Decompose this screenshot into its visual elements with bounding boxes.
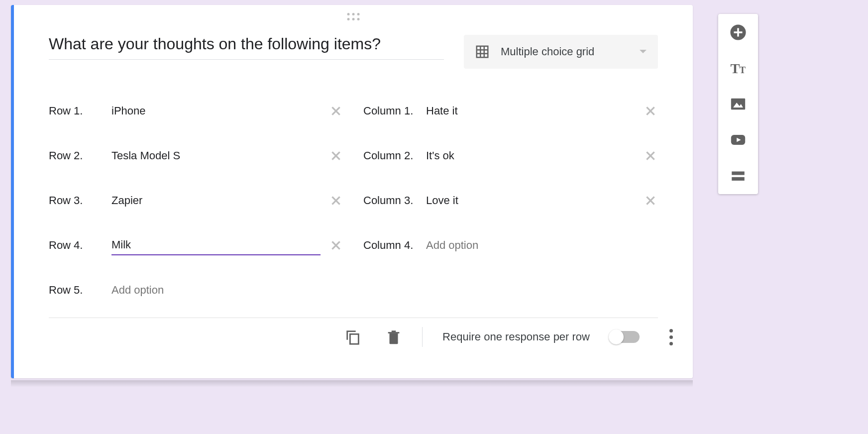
grid-body: Row 1.Row 2.Row 3.Row 4.Row 5. Column 1.… bbox=[14, 69, 693, 313]
vertical-divider bbox=[422, 327, 423, 347]
remove-option-icon[interactable] bbox=[643, 193, 658, 208]
remove-option-icon[interactable] bbox=[328, 104, 343, 118]
remove-option-icon[interactable] bbox=[643, 104, 658, 118]
add-question-icon[interactable] bbox=[729, 23, 748, 42]
svg-rect-28 bbox=[732, 177, 745, 181]
side-toolbar: TT bbox=[718, 14, 758, 194]
add-section-icon[interactable] bbox=[729, 166, 748, 185]
more-options-icon[interactable] bbox=[669, 329, 673, 345]
column-option-input[interactable] bbox=[426, 191, 635, 210]
grid-icon bbox=[475, 44, 490, 59]
require-response-label: Require one response per row bbox=[442, 330, 590, 343]
row-option-row: Row 1. bbox=[49, 89, 343, 133]
remove-option-icon[interactable] bbox=[643, 148, 658, 163]
question-title-input[interactable] bbox=[49, 35, 444, 60]
drag-handle-icon[interactable] bbox=[347, 13, 360, 20]
remove-option-icon[interactable] bbox=[328, 193, 343, 208]
column-index-label: Column 3. bbox=[363, 194, 418, 207]
column-option-input[interactable] bbox=[426, 102, 635, 120]
svg-text:T: T bbox=[740, 65, 746, 75]
column-option-row: Column 2. bbox=[363, 133, 658, 178]
row-option-row: Row 3. bbox=[49, 178, 343, 223]
columns-column: Column 1.Column 2.Column 3.Column 4. bbox=[363, 89, 658, 313]
require-response-toggle[interactable] bbox=[610, 331, 640, 343]
card-footer: Require one response per row bbox=[14, 318, 693, 356]
row-option-input[interactable] bbox=[111, 102, 321, 120]
svg-rect-23 bbox=[731, 99, 745, 110]
svg-rect-19 bbox=[350, 334, 358, 344]
row-index-label: Row 3. bbox=[49, 194, 104, 207]
row-index-label: Row 4. bbox=[49, 239, 104, 252]
column-option-row: Column 3. bbox=[363, 178, 658, 223]
duplicate-icon[interactable] bbox=[344, 328, 361, 345]
add-title-icon[interactable]: TT bbox=[729, 59, 748, 78]
question-card: Multiple choice grid Row 1.Row 2.Row 3.R… bbox=[11, 5, 693, 378]
remove-option-icon[interactable] bbox=[328, 148, 343, 163]
row-option-input[interactable] bbox=[111, 235, 321, 255]
row-index-label: Row 5. bbox=[49, 284, 104, 297]
row-index-label: Row 2. bbox=[49, 149, 104, 162]
row-option-input[interactable] bbox=[111, 281, 321, 300]
rows-column: Row 1.Row 2.Row 3.Row 4.Row 5. bbox=[49, 89, 343, 313]
column-index-label: Column 1. bbox=[363, 105, 418, 117]
svg-rect-0 bbox=[477, 46, 488, 58]
column-option-row: Column 1. bbox=[363, 89, 658, 133]
row-index-label: Row 1. bbox=[49, 105, 104, 117]
question-type-label: Multiple choice grid bbox=[501, 45, 628, 58]
column-index-label: Column 2. bbox=[363, 149, 418, 162]
row-option-input[interactable] bbox=[111, 146, 321, 165]
row-option-row: Row 5. bbox=[49, 268, 343, 313]
column-index-label: Column 4. bbox=[363, 239, 418, 252]
row-option-input[interactable] bbox=[111, 191, 321, 210]
trash-icon[interactable] bbox=[385, 328, 402, 345]
column-option-row: Column 4. bbox=[363, 223, 658, 268]
add-video-icon[interactable] bbox=[729, 130, 748, 149]
column-option-input[interactable] bbox=[426, 146, 635, 165]
row-option-row: Row 4. bbox=[49, 223, 343, 268]
question-type-selector[interactable]: Multiple choice grid bbox=[464, 35, 658, 69]
svg-rect-27 bbox=[732, 172, 745, 175]
row-option-row: Row 2. bbox=[49, 133, 343, 178]
column-option-input[interactable] bbox=[426, 236, 635, 255]
remove-option-icon[interactable] bbox=[328, 238, 343, 253]
add-image-icon[interactable] bbox=[729, 95, 748, 113]
svg-text:T: T bbox=[730, 61, 740, 76]
chevron-down-icon bbox=[639, 47, 647, 56]
